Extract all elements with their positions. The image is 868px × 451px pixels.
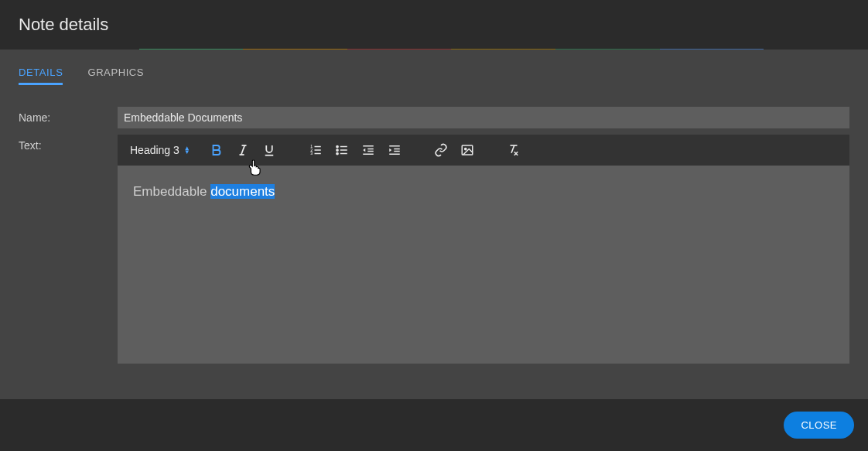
name-input[interactable] [118, 107, 849, 128]
svg-point-25 [464, 148, 466, 149]
dialog-footer: Close [0, 399, 868, 451]
close-button[interactable]: Close [784, 412, 854, 439]
toolbar-group-list: 1 2 3 [308, 142, 402, 158]
link-button[interactable] [433, 142, 449, 158]
outdent-button[interactable] [361, 142, 376, 158]
text-label: Text: [19, 135, 118, 152]
clear-formatting-button[interactable] [506, 142, 521, 158]
indent-button[interactable] [387, 142, 402, 158]
row-text: Text: Heading 3 ▲▼ [19, 135, 849, 364]
italic-button[interactable] [235, 142, 251, 158]
tab-details[interactable]: Details [19, 62, 63, 85]
toolbar-group-insert [433, 142, 475, 158]
editor-body[interactable]: Embeddable documents [118, 166, 849, 364]
toolbar-group-text [209, 142, 277, 158]
svg-point-13 [337, 145, 338, 147]
dialog-content: Details Graphics Name: Text: Heading 3 ▲… [0, 50, 868, 399]
rich-text-editor: Heading 3 ▲▼ [118, 135, 849, 364]
svg-line-27 [511, 145, 514, 153]
tab-bar: Details Graphics [19, 50, 849, 91]
dialog-titlebar: Note details [0, 0, 868, 49]
heading-select[interactable]: Heading 3 ▲▼ [130, 144, 196, 156]
dialog-title: Note details [19, 15, 108, 35]
svg-text:3: 3 [310, 151, 313, 155]
editor-text-prefix: Embeddable [133, 184, 210, 199]
editor-toolbar: Heading 3 ▲▼ [118, 135, 849, 166]
row-name: Name: [19, 107, 849, 128]
svg-line-2 [241, 145, 245, 155]
underline-button[interactable] [261, 142, 277, 158]
name-label: Name: [19, 107, 118, 124]
svg-point-14 [337, 149, 338, 151]
bold-button[interactable] [209, 142, 224, 158]
editor-text-selection: documents [210, 184, 275, 199]
svg-point-15 [337, 152, 338, 154]
accent-stripe [0, 49, 868, 50]
unordered-list-button[interactable] [334, 142, 350, 158]
tab-graphics[interactable]: Graphics [87, 62, 144, 85]
heading-select-label: Heading 3 [130, 144, 179, 156]
image-button[interactable] [460, 142, 475, 158]
form: Name: Text: Heading 3 ▲▼ [19, 91, 849, 364]
toolbar-group-clear [506, 142, 521, 158]
dropdown-arrows-icon: ▲▼ [184, 146, 190, 154]
ordered-list-button[interactable]: 1 2 3 [308, 142, 323, 158]
